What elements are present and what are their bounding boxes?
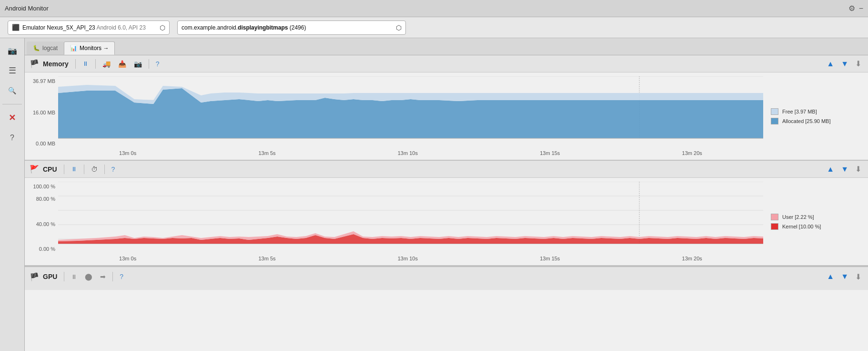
cpu-x-0: 13m 0s	[119, 256, 136, 261]
cpu-y-axis: 100.00 % 80.00 % 60.00 % 40.00 % 20.00 %…	[25, 182, 58, 261]
device-icon: ⬛	[12, 24, 20, 31]
search-icon: 🔍	[8, 87, 16, 94]
memory-gc-btn[interactable]: 📥	[116, 59, 128, 69]
memory-hprof-btn[interactable]: 📷	[132, 59, 144, 69]
memory-y-top: 36.97 MB	[28, 78, 55, 84]
memory-chart-main: 13m 0s 13m 5s 13m 10s 13m 15s 13m 20s	[58, 76, 763, 156]
tab-logcat[interactable]: 🐛 logcat	[27, 41, 64, 55]
memory-legend-allocated-label: Allocated [25.90 MB]	[782, 118, 831, 124]
tab-bar: 🐛 logcat 📊 Monitors →	[25, 38, 868, 55]
help-icon: ?	[10, 134, 14, 142]
gpu-section: 🏴 GPU ⏸ ⬤ ➡ ? ▲ ▼ ⬇	[25, 266, 868, 290]
cpu-help-btn[interactable]: ?	[110, 165, 117, 174]
memory-x-axis: 13m 0s 13m 5s 13m 10s 13m 15s 13m 20s	[58, 149, 763, 156]
memory-export-btn[interactable]: ⬇	[853, 58, 863, 69]
sidebar-list-btn[interactable]: ☰	[4, 62, 21, 79]
memory-title: Memory	[43, 60, 69, 68]
process-dropdown-arrow: ⬡	[396, 24, 402, 31]
title-bar: Android Monitor ⚙ −	[0, 0, 868, 17]
cpu-x-2: 13m 10s	[398, 256, 418, 261]
tab-monitors[interactable]: 📊 Monitors →	[64, 41, 115, 55]
logcat-icon: 🐛	[33, 45, 40, 52]
memory-down-btn[interactable]: ▼	[839, 59, 850, 69]
memory-chart-svg	[58, 76, 763, 148]
settings-icon[interactable]: ⚙	[848, 4, 855, 13]
gpu-circle-btn[interactable]: ⬤	[83, 272, 94, 281]
process-selector[interactable]: com.example.android.displayingbitmaps (2…	[177, 21, 406, 35]
sidebar-help-btn[interactable]: ?	[4, 129, 21, 146]
memory-up-btn[interactable]: ▲	[825, 59, 836, 69]
cpu-divider-3	[104, 165, 105, 174]
cpu-x-3: 13m 15s	[540, 256, 560, 261]
memory-dump-btn[interactable]: 🚚	[101, 59, 112, 69]
device-dropdown-arrow: ⬡	[160, 24, 165, 31]
cpu-divider-2	[84, 165, 84, 174]
memory-divider-2	[95, 59, 96, 69]
gpu-divider-2	[112, 272, 113, 281]
main-container: 📷 ☰ 🔍 ✕ ? 🐛 logcat 📊 Monitors →	[0, 38, 868, 351]
gpu-pause-btn[interactable]: ⏸	[69, 272, 79, 281]
cpu-up-btn[interactable]: ▲	[825, 164, 836, 175]
gpu-title: GPU	[43, 273, 57, 280]
gpu-export-btn[interactable]: ⬇	[853, 271, 863, 282]
sidebar-camera-btn[interactable]: 📷	[4, 42, 21, 59]
cpu-y-0: 0.00 %	[28, 246, 55, 252]
cpu-legend-user-color	[771, 214, 778, 220]
device-name: Emulator Nexus_5X_API_23	[22, 24, 95, 31]
gpu-header-right: ▲ ▼ ⬇	[825, 271, 863, 282]
memory-y-axis: 36.97 MB 16.00 MB 0.00 MB	[25, 76, 58, 156]
memory-legend-free-color	[771, 108, 778, 115]
memory-header-right: ▲ ▼ ⬇	[825, 58, 863, 69]
device-bar: ⬛ Emulator Nexus_5X_API_23 Android 6.0, …	[0, 17, 868, 38]
gpu-arrow-btn[interactable]: ➡	[98, 272, 108, 281]
memory-divider-1	[75, 59, 76, 69]
sidebar-search-btn[interactable]: 🔍	[4, 82, 21, 99]
process-name: com.example.android.	[182, 24, 238, 31]
gpu-help-btn[interactable]: ?	[118, 272, 125, 281]
cpu-chart-svg	[58, 182, 763, 253]
memory-x-1: 13m 5s	[258, 150, 275, 156]
memory-legend-free-label: Free [3.97 MB]	[782, 109, 817, 114]
app-title: Android Monitor	[5, 5, 49, 12]
device-selector[interactable]: ⬛ Emulator Nexus_5X_API_23 Android 6.0, …	[8, 21, 170, 35]
tab-logcat-label: logcat	[42, 45, 58, 52]
memory-header: 🏴 Memory ⏸ 🚚 📥 📷 ? ▲ ▼ ⬇	[25, 55, 868, 72]
cpu-pause-btn[interactable]: ⏸	[69, 165, 79, 174]
memory-help-btn[interactable]: ?	[154, 59, 161, 69]
cpu-legend-user-label: User [2.22 %]	[782, 214, 814, 220]
memory-y-bottom: 0.00 MB	[28, 141, 55, 146]
cpu-export-btn[interactable]: ⬇	[853, 164, 863, 175]
cpu-header: 🚩 CPU ⏸ ⏱ ? ▲ ▼ ⬇	[25, 161, 868, 178]
memory-legend-allocated: Allocated [25.90 MB]	[771, 118, 860, 124]
memory-x-2: 13m 10s	[398, 150, 418, 156]
cpu-header-right: ▲ ▼ ⬇	[825, 164, 863, 175]
cpu-chart-container: 100.00 % 80.00 % 60.00 % 40.00 % 20.00 %…	[25, 178, 868, 265]
gpu-header: 🏴 GPU ⏸ ⬤ ➡ ? ▲ ▼ ⬇	[25, 266, 868, 286]
cpu-method-btn[interactable]: ⏱	[89, 165, 100, 174]
gpu-down-btn[interactable]: ▼	[839, 271, 850, 282]
device-version: Android 6.0, API 23	[96, 24, 145, 31]
cpu-y-80: 80.00 %	[28, 196, 55, 202]
cpu-down-btn[interactable]: ▼	[839, 164, 850, 175]
gpu-section-icon: 🏴	[30, 272, 39, 281]
close-icon: ✕	[9, 113, 16, 123]
cpu-x-1: 13m 5s	[258, 256, 275, 261]
cpu-legend-kernel-color	[771, 223, 778, 230]
memory-x-3: 13m 15s	[540, 150, 560, 156]
content-area: 🐛 logcat 📊 Monitors → 🏴 Memory ⏸ 🚚 📥	[25, 38, 868, 351]
process-bold: displayingbitmaps	[238, 24, 288, 31]
minimize-icon[interactable]: −	[859, 4, 863, 13]
gpu-up-btn[interactable]: ▲	[825, 271, 836, 282]
monitors-icon: 📊	[70, 45, 77, 52]
cpu-legend-kernel-label: Kernel [10.00 %]	[782, 224, 821, 229]
memory-section: 🏴 Memory ⏸ 🚚 📥 📷 ? ▲ ▼ ⬇	[25, 55, 868, 161]
camera-icon: 📷	[8, 46, 17, 55]
process-pid: (2496)	[288, 24, 306, 31]
memory-x-4: 13m 20s	[682, 150, 702, 156]
memory-divider-3	[149, 59, 149, 69]
sidebar-divider	[2, 104, 22, 104]
memory-pause-btn[interactable]: ⏸	[81, 59, 91, 68]
memory-y-mid: 16.00 MB	[28, 110, 55, 115]
sidebar-close-btn[interactable]: ✕	[4, 109, 21, 126]
cpu-title: CPU	[43, 165, 57, 173]
